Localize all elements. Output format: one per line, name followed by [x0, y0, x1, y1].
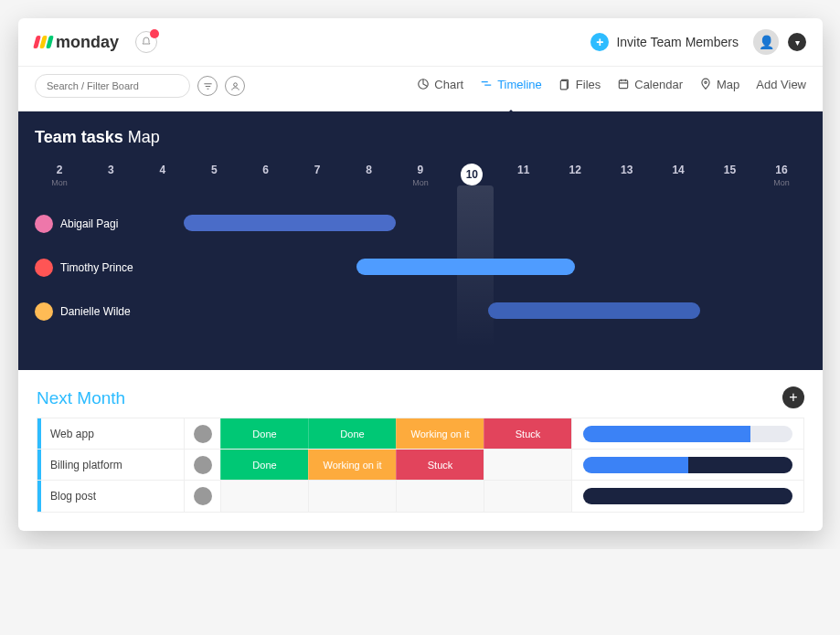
- person-filter-button[interactable]: [225, 76, 245, 96]
- item-name[interactable]: Billing platform: [37, 450, 184, 480]
- avatar: [35, 302, 53, 321]
- avatar: [194, 487, 212, 505]
- view-timeline-label: Timeline: [497, 78, 542, 91]
- filter-button[interactable]: [197, 76, 218, 96]
- invite-label: Invite Team Members: [616, 35, 739, 49]
- plus-icon: +: [789, 389, 797, 406]
- timeline-panel: Team tasks Map 2Mon3456789Mon10111213141…: [18, 111, 823, 370]
- group-title: Next Month: [37, 388, 804, 408]
- board-section: + Next Month Web appDoneDoneWorking on i…: [18, 370, 823, 531]
- date-4: 4: [138, 164, 187, 187]
- search-input[interactable]: [35, 74, 190, 98]
- timeline-icon: [480, 78, 493, 90]
- timeline-row: Timothy Prince: [35, 246, 806, 290]
- status-cell-done[interactable]: Done: [308, 418, 396, 449]
- svg-rect-3: [560, 81, 567, 90]
- top-bar: monday + Invite Team Members 👤 ▾: [18, 18, 823, 67]
- view-files[interactable]: Files: [558, 78, 601, 95]
- status-cell-done[interactable]: Done: [220, 450, 308, 480]
- user-menu[interactable]: 👤 ▾: [753, 29, 806, 55]
- filter-icon: [203, 81, 213, 91]
- avatar: [35, 215, 53, 233]
- status-cell-done[interactable]: Done: [220, 418, 308, 449]
- item-name[interactable]: Web app: [37, 418, 184, 449]
- date-8: 8: [345, 164, 394, 187]
- files-icon: [558, 78, 571, 90]
- map-pin-icon: [699, 78, 712, 90]
- owner-cell[interactable]: [184, 481, 220, 512]
- progress-cell[interactable]: [571, 450, 803, 480]
- view-calendar[interactable]: Calendar: [617, 78, 683, 95]
- chart-icon: [417, 78, 430, 90]
- date-16: 16Mon: [757, 164, 806, 187]
- view-add[interactable]: Add View: [756, 78, 806, 95]
- person-name: Abigail Pagi: [60, 217, 118, 230]
- notification-dot-icon: [150, 29, 159, 38]
- timeline-person[interactable]: Abigail Pagi: [35, 215, 144, 233]
- status-cell-empty[interactable]: [484, 481, 571, 512]
- logo-icon: [35, 36, 52, 48]
- person-icon: [230, 81, 240, 91]
- date-12: 12: [550, 164, 600, 187]
- bar-track: [144, 302, 806, 321]
- status-cell-empty[interactable]: [484, 450, 571, 480]
- avatar: [35, 259, 53, 277]
- status-cell-empty[interactable]: [396, 481, 484, 512]
- timeline-row: Danielle Wilde: [35, 290, 806, 333]
- date-14: 14: [654, 164, 703, 187]
- owner-cell[interactable]: [184, 450, 220, 480]
- date-6: 6: [241, 164, 291, 187]
- person-name: Danielle Wilde: [60, 305, 131, 318]
- date-15: 15: [705, 164, 754, 187]
- progress-bar: [583, 488, 792, 504]
- status-cell-working[interactable]: Working on it: [396, 418, 484, 449]
- progress-cell[interactable]: [571, 418, 803, 449]
- bell-icon: [141, 37, 152, 48]
- avatar: [194, 456, 212, 474]
- notifications-button[interactable]: [135, 31, 157, 53]
- table-row: Billing platformDoneWorking on itStuck: [37, 450, 803, 481]
- status-cell-empty[interactable]: [220, 481, 308, 512]
- timeline-person[interactable]: Danielle Wilde: [35, 302, 144, 321]
- timeline-bar[interactable]: [488, 302, 700, 319]
- date-10: 10: [447, 164, 496, 187]
- status-cell-working[interactable]: Working on it: [308, 450, 396, 480]
- svg-rect-4: [620, 80, 628, 89]
- date-3: 3: [86, 164, 135, 187]
- date-2: 2Mon: [35, 164, 84, 187]
- brand-name: monday: [56, 33, 119, 52]
- timeline-title: Team tasks Map: [35, 128, 806, 147]
- svg-point-5: [705, 81, 707, 83]
- status-cell-stuck[interactable]: Stuck: [484, 418, 571, 449]
- add-item-button[interactable]: +: [782, 386, 804, 408]
- date-7: 7: [292, 164, 342, 187]
- timeline-bar[interactable]: [356, 259, 575, 275]
- tool-row: Chart Timeline Files Calendar Map Add Vi…: [18, 67, 823, 111]
- owner-cell[interactable]: [184, 418, 220, 449]
- view-add-label: Add View: [756, 78, 806, 91]
- status-cell-empty[interactable]: [308, 481, 396, 512]
- view-files-label: Files: [576, 78, 601, 91]
- avatar: 👤: [753, 29, 779, 55]
- item-name[interactable]: Blog post: [37, 481, 184, 512]
- logo[interactable]: monday: [35, 33, 119, 52]
- date-9: 9Mon: [396, 164, 445, 187]
- date-11: 11: [499, 164, 548, 187]
- date-scale: 2Mon3456789Mon10111213141516Mon: [35, 164, 806, 202]
- view-chart[interactable]: Chart: [417, 78, 463, 95]
- date-13: 13: [602, 164, 652, 187]
- bar-track: [144, 215, 806, 233]
- timeline-bar[interactable]: [184, 215, 396, 231]
- table-row: Web appDoneDoneWorking on itStuck: [37, 418, 803, 450]
- view-map[interactable]: Map: [699, 78, 739, 95]
- board-table: Web appDoneDoneWorking on itStuckBilling…: [37, 418, 804, 513]
- status-cell-stuck[interactable]: Stuck: [396, 450, 484, 480]
- timeline-person[interactable]: Timothy Prince: [35, 259, 144, 277]
- svg-point-0: [233, 82, 237, 86]
- table-row: Blog post: [37, 481, 803, 512]
- view-timeline[interactable]: Timeline: [480, 78, 542, 95]
- avatar: [194, 425, 212, 443]
- progress-cell[interactable]: [571, 481, 803, 512]
- invite-team-button[interactable]: + Invite Team Members: [590, 33, 739, 51]
- timeline-rows: Abigail PagiTimothy PrinceDanielle Wilde: [35, 202, 806, 333]
